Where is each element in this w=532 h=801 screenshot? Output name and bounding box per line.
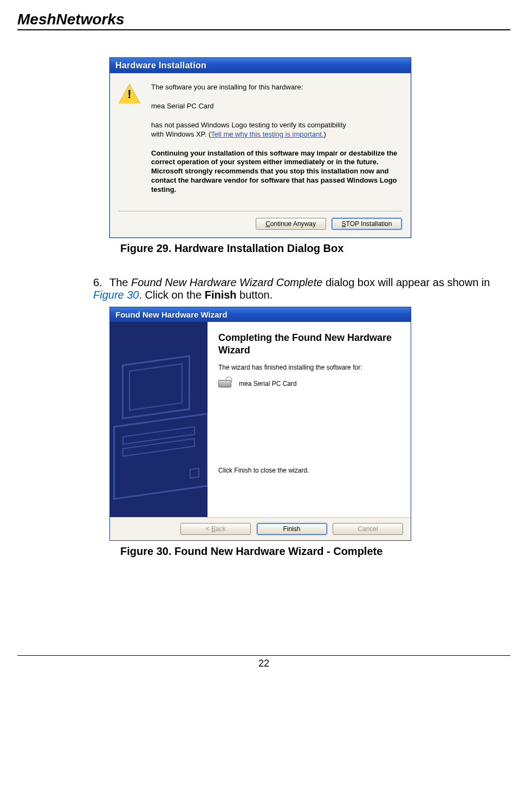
- dialog-title: Hardware Installation: [110, 58, 411, 73]
- dialog-text-line1: The software you are installing for this…: [151, 83, 401, 92]
- finish-hint: Click Finish to close the wizard.: [218, 467, 401, 474]
- wizard-side-graphic: [110, 322, 207, 517]
- wizard-heading: Completing the Found New Hardware Wizard: [218, 332, 401, 356]
- dialog-title: Found New Hardware Wizard: [110, 307, 411, 322]
- warning-icon: !: [119, 84, 140, 105]
- hardware-name: mea Serial PC Card: [151, 102, 401, 111]
- figure-29-caption: Figure 29. Hardware Installation Dialog …: [120, 242, 510, 255]
- stop-installation-button[interactable]: STOP Installation: [332, 218, 402, 230]
- dialog-text-line2: has not passed Windows Logo testing to v…: [151, 121, 401, 139]
- wizard-subtext: The wizard has finished installing the s…: [218, 364, 401, 371]
- tell-me-why-link[interactable]: Tell me why this testing is important.: [211, 130, 323, 138]
- back-button: < Back: [180, 523, 251, 535]
- hardware-name: mea Serial PC Card: [239, 380, 297, 387]
- serial-port-icon: [218, 377, 233, 391]
- dialog-warning-bold-text: Continuing your installation of this sof…: [151, 149, 401, 195]
- found-new-hardware-wizard-dialog: Found New Hardware Wizard Completing the…: [109, 307, 411, 541]
- page-number: 22: [17, 655, 510, 669]
- continue-anyway-button[interactable]: Continue Anyway: [256, 218, 326, 230]
- step-6-text: 6.The Found New Hardware Wizard Complete…: [93, 276, 494, 301]
- cancel-button: Cancel: [333, 523, 403, 535]
- finish-button[interactable]: Finish: [257, 523, 327, 535]
- figure-30-caption: Figure 30. Found New Hardware Wizard - C…: [120, 545, 510, 558]
- document-header: MeshNetworks: [17, 11, 510, 30]
- figure-30-reference-link[interactable]: Figure 30: [93, 289, 139, 301]
- hardware-installation-dialog: Hardware Installation ! The software you…: [109, 57, 411, 238]
